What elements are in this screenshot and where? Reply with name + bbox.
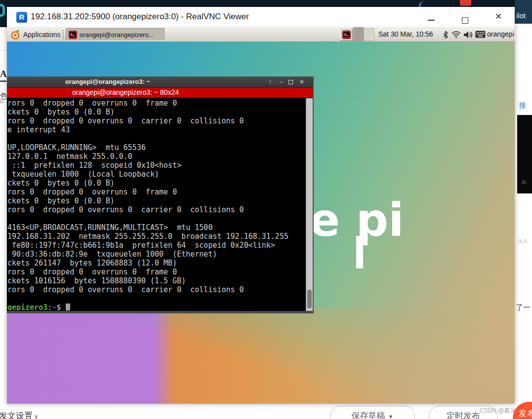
terminal-line: fe80::197f:747c:b661:9b1a prefixlen 64 s… — [7, 241, 313, 250]
shade-window-icon[interactable]: ↑ — [266, 77, 275, 86]
panel-separator — [353, 27, 364, 42]
editor-bottom-bar: 发文设置∨ 保存草稿▼ 定时发布 CSDN @夏沫あ 发布 — [0, 404, 532, 419]
terminal-line: rors 0 dropped 0 overruns 0 frame 0 — [7, 99, 313, 108]
taskbar-window-label: orangepi@orangepizero... — [80, 31, 154, 38]
terminal-size-label: orangepi@orangepizero3: ~ 80x24 — [72, 88, 179, 96]
prompt-colon: : — [47, 303, 52, 310]
workspace-switcher[interactable] — [364, 28, 374, 41]
scrollbar-thumb[interactable] — [307, 290, 312, 308]
page-link-fragment[interactable]: 接 — [519, 101, 526, 111]
terminal-line: ckets 0 bytes 0 (0.0 B) — [7, 108, 313, 116]
copilot-label-fragment: ilot — [516, 11, 526, 20]
copilot-bar-fragment[interactable]: ilot — [515, 0, 532, 24]
terminal-prompt-line: gepizero3:~$ — [7, 303, 313, 310]
terminal-line: ckets 0 bytes 0 (0.0 B) — [7, 196, 313, 205]
prompt-dollar: $ — [56, 303, 65, 310]
browser-top-bar — [0, 0, 532, 7]
panel-clock[interactable]: Sat 30 Mar, 10:56 — [378, 30, 433, 38]
terminal-line: 4163<UP,BROADCAST,RUNNING,MULTICAST> mtu… — [7, 223, 313, 232]
orangepi-logo-icon — [10, 29, 21, 40]
browser-red-badge-icon — [460, 0, 471, 6]
terminal-icon — [342, 31, 351, 39]
terminal-line: ckets 1016156 bytes 1508880390 (1.5 GB) — [7, 276, 313, 285]
terminal-icon — [69, 31, 77, 39]
terminal-title: orangepi@orangepizero3: ~ — [65, 78, 150, 85]
bluetooth-icon[interactable] — [443, 31, 449, 39]
maximize-icon[interactable] — [288, 80, 293, 84]
terminal-cursor — [66, 304, 70, 310]
panel-handle[interactable] — [62, 30, 65, 39]
terminal-titlebar[interactable]: orangepi@orangepizero3: ~ ↑ – ✕ — [7, 76, 313, 88]
minimize-button[interactable] — [428, 20, 435, 21]
prompt-host: gepizero3 — [7, 303, 47, 310]
watermark-fragment: あ — [521, 178, 527, 186]
save-draft-button[interactable]: 保存草稿▼ — [330, 406, 415, 419]
color-swatch-icon — [0, 100, 3, 103]
terminal-resize-banner: orangepi@orangepizero3: ~ 80x24 — [7, 88, 313, 98]
terminal-line: rors 0 dropped 0 overruns 0 carrier 0 co… — [7, 116, 313, 125]
wifi-icon[interactable] — [451, 31, 461, 38]
realvnc-app-icon: R — [16, 12, 27, 23]
screen: ilot 接 あ 沫あ 了一 A 色 发文设置∨ 保存草稿▼ 定时发布 CSDN… — [0, 0, 532, 419]
minimize-icon[interactable]: – — [277, 77, 286, 86]
background-page-right-strip: ilot 接 あ 沫あ 了一 — [515, 0, 532, 419]
terminal-screen[interactable]: rors 0 dropped 0 overruns 0 frame 0 cket… — [7, 98, 313, 310]
close-button[interactable]: ✕ — [495, 11, 502, 22]
terminal-line: 192.168.31.202 netmask 255.255.255.0 bro… — [7, 232, 313, 241]
terminal-window: orangepi@orangepizero3: ~ ↑ – ✕ orangepi… — [7, 76, 314, 313]
realvnc-titlebar[interactable]: R 192.168.31.202:5900 (orangepizero3:0) … — [7, 7, 515, 27]
background-page-left-strip: A 色 — [0, 0, 7, 419]
terminal-line: ckets 0 bytes 0 (0.0 B) — [7, 179, 313, 188]
terminal-line: rors 0 dropped 0 overruns 0 frame 0 — [7, 188, 313, 196]
page-text-fragment: 了一 — [516, 303, 531, 312]
keyboard-icon[interactable] — [475, 31, 486, 38]
terminal-line: rors 0 dropped 0 overruns 0 frame 0 — [7, 267, 313, 276]
post-settings-toggle[interactable]: 发文设置∨ — [0, 410, 39, 419]
xfce-panel: Applications orangepi@orangepizero... — [7, 27, 515, 42]
applications-label: Applications — [23, 31, 61, 38]
terminal-line — [7, 294, 313, 303]
terminal-line: txqueuelen 1000 (Local Loopback) — [7, 170, 313, 179]
site-logo-fragment — [0, 4, 5, 17]
wallpaper-logo-descender — [356, 236, 363, 268]
browser-tab-edge — [419, 1, 433, 7]
prompt-path: ~ — [52, 303, 56, 310]
terminal-line: rors 0 dropped 0 overruns 0 carrier 0 co… — [7, 285, 313, 294]
watermark-fragment: 沫あ — [517, 237, 528, 245]
realvnc-window-title: 192.168.31.202:5900 (orangepizero3:0) - … — [31, 12, 249, 22]
terminal-line — [7, 214, 313, 223]
applications-menu-button[interactable]: Applications — [8, 28, 63, 41]
publish-button[interactable]: 发布 — [513, 402, 532, 419]
code-block-fragment: あ — [517, 115, 532, 193]
terminal-line — [7, 134, 313, 143]
panel-username[interactable]: orangepi — [487, 30, 514, 38]
maximize-button[interactable] — [462, 17, 468, 24]
font-color-underline — [0, 80, 6, 82]
chevron-down-icon: ∨ — [34, 413, 39, 419]
terminal-line: rors 0 dropped 0 overruns 0 carrier 0 co… — [7, 205, 313, 214]
browser-corner-fragment — [0, 0, 7, 27]
terminal-line: ::1 prefixlen 128 scopeid 0x10<host> — [7, 161, 313, 170]
terminal-line: 90:d3:36:db:82:9e txqueuelen 1000 (Ether… — [7, 250, 313, 259]
taskbar-window-button[interactable]: orangepi@orangepizero... — [66, 28, 165, 41]
font-color-icon[interactable]: A — [0, 69, 7, 79]
terminal-line: UP,LOOPBACK,RUNNING> mtu 65536 — [7, 143, 313, 152]
close-icon[interactable]: ✕ — [297, 77, 306, 86]
tray-terminal-button[interactable] — [340, 28, 353, 41]
terminal-line: ckets 261147 bytes 12068883 (12.0 MB) — [7, 259, 313, 267]
terminal-line: 127.0.0.1 netmask 255.0.0.0 — [7, 152, 313, 161]
toolbar-divider — [0, 50, 7, 50]
caret-down-icon: ▼ — [388, 414, 394, 419]
terminal-scrollbar[interactable] — [306, 98, 313, 311]
realvnc-window: R 192.168.31.202:5900 (orangepizero3:0) … — [7, 7, 515, 404]
volume-icon[interactable] — [463, 31, 474, 39]
remote-desktop[interactable]: e pi orangepi@orangepizero3: ~ ↑ – ✕ ora… — [7, 42, 515, 404]
terminal-line: e interrupt 43 — [7, 125, 313, 134]
